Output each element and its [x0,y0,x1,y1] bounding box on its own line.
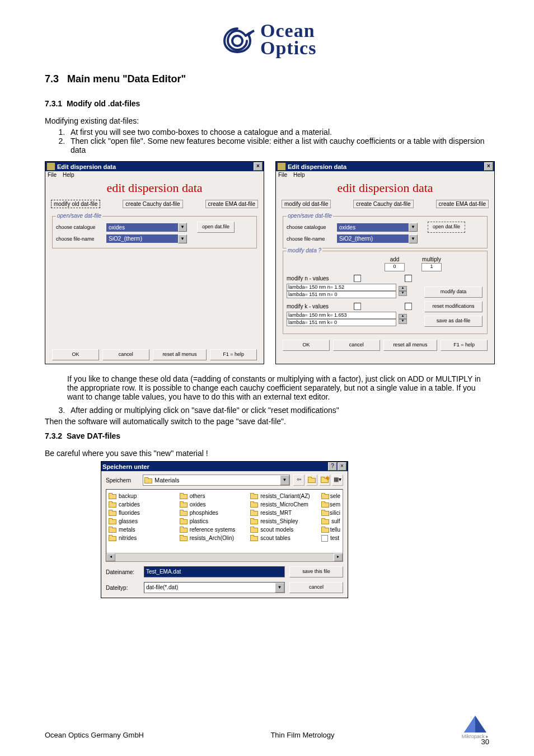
file-list-item[interactable]: test [321,534,340,542]
file-list-item[interactable]: plastics [180,517,249,525]
file-list-item[interactable]: resists_Arch(Olin) [180,534,249,542]
tab-modify[interactable]: modify old dat-file [51,200,100,208]
file-list-item[interactable]: resists_Clariant(AZ) [250,492,319,500]
reset-all-menus-button[interactable]: reset all menus [153,349,207,360]
n-spinner[interactable]: ▲▼ [399,286,407,296]
file-list-item[interactable]: oxides [180,500,249,509]
file-list-item[interactable]: resists_Shipley [250,517,319,525]
file-list[interactable]: backupcarbidesfluoridesglassesmetalsnitr… [106,489,343,562]
add-input[interactable]: 0 [385,263,405,271]
multiply-input[interactable]: 1 [421,263,442,271]
horizontal-scrollbar[interactable]: ◂ ▸ [106,553,343,561]
folder-icon [321,527,328,533]
file-list-item[interactable]: carbides [109,500,177,509]
file-list-item[interactable]: sem [321,500,340,509]
cancel-button[interactable]: cancel [333,340,380,351]
checkbox-n-mul[interactable] [405,275,412,282]
k-spinner[interactable]: ▲▼ [399,314,407,324]
file-list-item[interactable]: others [180,492,249,500]
folder-icon [109,527,116,533]
menu-help[interactable]: Help [63,172,74,178]
save-as-dat-file-button[interactable]: save as dat-file [424,316,483,327]
close-icon[interactable]: × [254,162,263,171]
tab-cauchy[interactable]: create Cauchy dat-file [353,200,413,208]
combo-catalogue[interactable]: oxides▼ [337,223,418,232]
new-folder-icon[interactable]: ✱ [319,475,330,486]
tab-cauchy[interactable]: create Cauchy dat-file [123,200,182,208]
chevron-down-icon[interactable]: ▼ [178,234,187,243]
back-icon[interactable]: ⇦ [293,475,305,486]
file-list-item[interactable]: resists_MRT [250,509,319,517]
file-list-item[interactable]: sulf [321,517,340,525]
chevron-down-icon[interactable]: ▼ [409,223,418,232]
chevron-down-icon[interactable]: ▼ [275,583,284,593]
help-button[interactable]: F1 = help [441,340,488,351]
scroll-left-icon[interactable]: ◂ [106,553,115,561]
window-title: Edit dispersion data [57,163,254,170]
modify-data-button[interactable]: modify data [424,287,483,298]
combo-filename[interactable]: SiO2_(therm)▼ [106,234,187,243]
checkbox-n-add[interactable] [354,275,361,282]
save-this-file-button[interactable]: save this file [289,566,343,577]
filename-input[interactable]: Test_EMA.dat [144,566,285,577]
menu-help[interactable]: Help [293,172,305,178]
file-list-item[interactable]: backup [109,492,177,500]
chevron-down-icon[interactable]: ▼ [280,475,289,485]
menu-file[interactable]: File [278,172,287,178]
file-list-item[interactable]: scout models [250,525,319,534]
file-list-item[interactable]: glasses [109,517,177,525]
checkbox-k-add[interactable] [354,303,361,310]
file-list-item[interactable]: reference systems [180,525,249,534]
folder-icon [180,527,188,533]
filetype-combo[interactable]: dat-file(*.dat) ▼ [144,582,285,593]
window-icon [46,162,55,171]
file-list-item[interactable]: sele [321,492,340,500]
k-data-row: lambda= 150 nm k= 1.653 [287,312,396,319]
open-dat-file-button[interactable]: open dat.file [428,222,465,233]
group-open-save: open/save dat-file choose catalogue oxid… [283,216,488,248]
file-list-item[interactable]: fluorides [109,509,177,517]
section-heading: 7.3 Main menu "Data Editor" [45,73,489,85]
file-list-item[interactable]: tellu [321,525,340,534]
close-icon[interactable]: × [484,162,493,171]
view-menu-icon[interactable]: ▦▾ [332,475,343,486]
tab-ema[interactable]: create EMA dat-file [436,200,489,208]
file-list-item[interactable]: scout tables [250,534,319,542]
reset-modifications-button[interactable]: reset modifications [424,301,483,312]
folder-icon [180,510,188,516]
ok-button[interactable]: OK [283,340,330,351]
chevron-down-icon[interactable]: ▼ [409,234,418,243]
intro-para: Modifying existing dat-files: [45,116,489,125]
n-data-row: lambda= 150 nm n= 1.52 [287,284,396,291]
file-list-item[interactable]: nitrides [109,534,177,542]
group-modify-data: modify data ? add 0 multiply 1 modify n … [283,251,488,334]
help-button[interactable]: F1 = help [210,349,257,360]
tab-ema[interactable]: create EMA dat-file [205,200,258,208]
up-folder-icon[interactable] [306,475,317,486]
help-icon[interactable]: ? [328,462,337,471]
reset-all-menus-button[interactable]: reset all menus [383,340,438,351]
step-2: Then click "open file". Some new feature… [67,137,489,154]
cancel-button[interactable]: cancel [289,582,343,593]
label-choose-filename: choose file-name [56,236,104,242]
combo-filename[interactable]: SiO2_(therm)▼ [337,234,418,243]
file-list-item[interactable]: silici [321,509,340,517]
checkbox-k-mul[interactable] [405,303,412,310]
file-list-item[interactable]: metals [109,525,177,534]
scroll-right-icon[interactable]: ▸ [334,553,343,561]
ok-button[interactable]: OK [52,349,99,360]
chevron-down-icon[interactable]: ▼ [178,223,187,232]
steps-list-1: At first you will see two combo-boxes to… [45,128,489,154]
label-save-in: Speichern [106,477,139,483]
tab-modify[interactable]: modify old dat-file [282,200,331,208]
save-in-combo[interactable]: Materials ▼ [143,475,290,486]
close-icon[interactable]: × [338,462,346,471]
open-dat-file-button[interactable]: open dat.file [197,222,235,233]
cancel-button[interactable]: cancel [102,349,149,360]
logo-text-bottom: Optics [260,37,316,58]
file-list-item[interactable]: resists_MicroChem [250,500,319,509]
menu-file[interactable]: File [48,172,57,178]
file-list-item[interactable]: phosphides [180,509,249,517]
folder-icon [250,518,258,524]
combo-catalogue[interactable]: oxides▼ [106,223,187,232]
